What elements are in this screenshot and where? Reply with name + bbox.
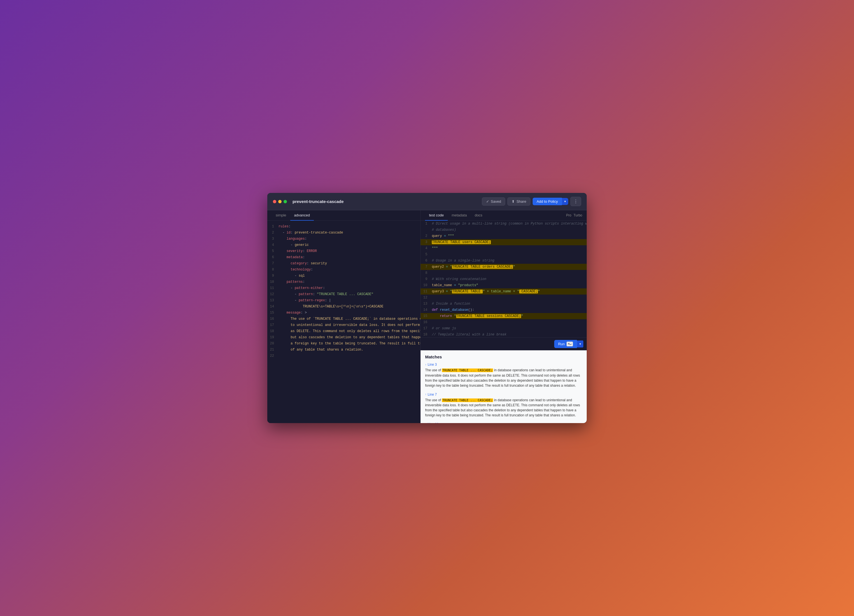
table-row: 5 — [421, 251, 587, 258]
table-row: # databases) — [421, 227, 587, 233]
table-row: 5 severity: ERROR — [267, 248, 420, 254]
tab-test-code[interactable]: test code — [425, 210, 448, 221]
table-row: 3 TRUNCATE TABLE users CASCADE; — [421, 239, 587, 245]
match-line-ref[interactable]: ↑ Line 7 — [425, 392, 582, 397]
add-to-policy-dropdown[interactable]: ▾ — [562, 198, 568, 205]
table-row: 12 - pattern: "TRUNCATE TABLE ... CASCAD… — [267, 291, 420, 297]
right-tab-bar: test code metadata docs Pro Turbo — [421, 210, 587, 221]
match-item: ↑ Line 11 — [425, 422, 582, 423]
match-item: ↑ Line 3 The use of TRUNCATE TABLE ... C… — [425, 363, 582, 388]
run-shortcut: ⌘↵ — [567, 342, 573, 346]
arrow-icon: ↑ — [425, 393, 427, 396]
main-content: simple advanced 1 rules: 2 - id: prevent… — [267, 210, 587, 423]
pro-turbo-labels: Pro Turbo — [566, 213, 582, 217]
match-item: ↑ Line 7 The use of TRUNCATE TABLE ... C… — [425, 392, 582, 418]
table-row: 13 - pattern-regex: | — [267, 297, 420, 304]
table-row: 21 of any table that shares a relation. — [267, 347, 420, 353]
table-row: 11 query3 = "TRUNCATE TABLE " + table_na… — [421, 288, 587, 295]
table-row: 11 - pattern-either: — [267, 285, 420, 291]
matches-title: Matches — [425, 354, 582, 359]
table-row: 2 - id: prevent-truncate-cascade — [267, 230, 420, 236]
match-line-ref[interactable]: ↑ Line 11 — [425, 422, 582, 423]
table-row: 1 # Direct usage in a multi-line string … — [421, 221, 587, 227]
table-row: 9 - sql — [267, 273, 420, 279]
table-row: 18 as DELETE. This command not only dele… — [267, 328, 420, 334]
tab-simple[interactable]: simple — [272, 210, 290, 221]
table-row: 1 rules: — [267, 224, 420, 230]
add-to-policy-button[interactable]: Add to Policy — [533, 198, 562, 205]
arrow-icon: ↑ — [425, 363, 427, 366]
table-row: 4 - generic — [267, 242, 420, 248]
minimize-window-control[interactable] — [278, 200, 282, 203]
table-row: 17 # or some js — [421, 325, 587, 332]
table-row: 13 # Inside a function — [421, 301, 587, 307]
run-bar: Run ⌘↵ ▾ — [421, 338, 587, 350]
tab-docs[interactable]: docs — [471, 210, 486, 221]
close-window-control[interactable] — [273, 200, 276, 203]
table-row: 6 metadata: — [267, 254, 420, 260]
matches-section: Matches ↑ Line 3 The use of TRUNCATE TAB… — [421, 350, 587, 423]
run-dropdown-button[interactable]: ▾ — [577, 341, 583, 347]
app-window: prevent-truncate-cascade ✓ Saved ⬆ Share… — [267, 193, 587, 423]
table-row: 8 — [421, 270, 587, 276]
table-row: 10 patterns: — [267, 279, 420, 285]
run-button[interactable]: Run ⌘↵ ▾ — [554, 340, 583, 348]
share-icon: ⬆ — [512, 199, 515, 204]
match-description: The use of TRUNCATE TABLE ... CASCADE; i… — [425, 368, 582, 388]
match-code-highlight: TRUNCATE TABLE ... CASCADE; — [442, 368, 493, 372]
table-row: 14 def reset_database(): — [421, 307, 587, 313]
tab-metadata[interactable]: metadata — [448, 210, 471, 221]
match-description: The use of TRUNCATE TABLE ... CASCADE; i… — [425, 398, 582, 418]
table-row: 4 """ — [421, 245, 587, 251]
run-main-button[interactable]: Run ⌘↵ — [554, 340, 577, 348]
match-line-ref[interactable]: ↑ Line 3 — [425, 363, 582, 367]
table-row: 9 # With string concatenation — [421, 276, 587, 282]
table-row: 22 — [267, 353, 420, 359]
add-to-policy-split-button: Add to Policy ▾ — [533, 198, 568, 205]
right-panel: test code metadata docs Pro Turbo — [421, 210, 587, 423]
title-bar: prevent-truncate-cascade ✓ Saved ⬆ Share… — [267, 193, 587, 210]
match-code-highlight: TRUNCATE TABLE ... CASCADE; — [442, 398, 493, 402]
table-row: 16 — [421, 319, 587, 325]
title-bar-right: ✓ Saved ⬆ Share Add to Policy ▾ ⋮ — [482, 197, 581, 206]
share-button[interactable]: ⬆ Share — [508, 198, 531, 205]
table-row: 17 to unintentional and irreversible dat… — [267, 322, 420, 328]
tab-advanced[interactable]: advanced — [290, 210, 314, 221]
table-row: 18 // Template literal with a line break — [421, 332, 587, 338]
table-row: 2 query = """ — [421, 233, 587, 239]
table-row: 7 category: security — [267, 260, 420, 266]
table-row: 8 technology: — [267, 266, 420, 273]
table-row: 3 languages: — [267, 236, 420, 242]
table-row: 7 query2 = "TRUNCATE TABLE orders CASCAD… — [421, 264, 587, 270]
more-options-button[interactable]: ⋮ — [570, 197, 581, 206]
title-bar-left: prevent-truncate-cascade — [273, 199, 344, 204]
table-row: 10 table_name = "products" — [421, 282, 587, 288]
app-title: prevent-truncate-cascade — [293, 199, 344, 204]
left-code-area[interactable]: 1 rules: 2 - id: prevent-truncate-cascad… — [267, 221, 420, 423]
right-code-area[interactable]: 1 # Direct usage in a multi-line string … — [421, 221, 587, 338]
table-row: 6 # Usage in a single-line string — [421, 258, 587, 264]
table-row: 15 message: > — [267, 310, 420, 316]
table-row: 19 but also cascades the deletion to any… — [267, 334, 420, 341]
window-controls — [273, 200, 287, 203]
table-row: 12 — [421, 295, 587, 301]
table-row: 15 return "TRUNCATE TABLE sessions CASCA… — [421, 313, 587, 319]
left-panel: simple advanced 1 rules: 2 - id: prevent… — [267, 210, 421, 423]
arrow-icon: ↑ — [425, 423, 427, 423]
table-row: 16 The use of `TRUNCATE TABLE ... CASCAD… — [267, 316, 420, 322]
checkmark-icon: ✓ — [486, 199, 489, 204]
table-row: 14 TRUNCATE\s+TABLE\s+[^\n]+(\n\s*)+CASC… — [267, 304, 420, 310]
maximize-window-control[interactable] — [284, 200, 287, 203]
right-tabs: test code metadata docs — [425, 210, 486, 221]
left-tab-bar: simple advanced — [267, 210, 420, 221]
saved-button[interactable]: ✓ Saved — [482, 198, 505, 205]
table-row: 20 a foreign key to the table being trun… — [267, 341, 420, 347]
